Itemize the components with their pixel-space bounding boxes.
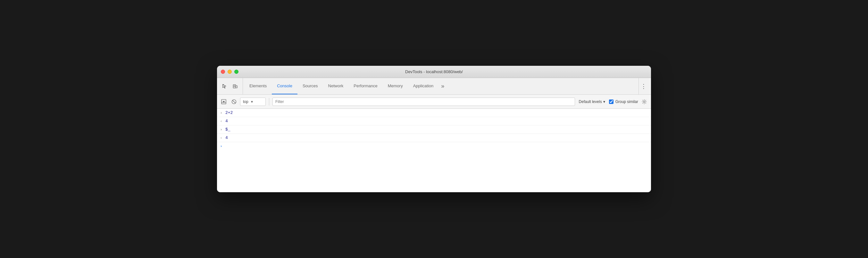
return-chevron: ‹ <box>219 119 223 123</box>
svg-line-7 <box>233 100 236 103</box>
tab-network[interactable]: Network <box>323 78 349 94</box>
traffic-lights <box>221 69 239 74</box>
filter-input[interactable] <box>273 97 575 106</box>
console-row: ‹ 4 <box>217 134 651 142</box>
svg-point-8 <box>644 101 645 103</box>
console-row: › $_ <box>217 125 651 134</box>
expand-chevron[interactable]: › <box>219 128 223 132</box>
console-toolbar: top ▾ Default levels ▾ Group similar <box>217 95 651 109</box>
console-result: 4 <box>225 136 228 140</box>
context-dropdown-icon: ▾ <box>251 99 253 104</box>
maximize-button[interactable] <box>234 69 239 74</box>
console-output: › 2+2 ‹ 4 › $_ ‹ 4 › <box>217 109 651 192</box>
console-expression: 2+2 <box>225 110 233 115</box>
device-toolbar-icon[interactable] <box>230 82 240 91</box>
console-prompt-row[interactable]: › <box>217 142 651 150</box>
clear-console-icon[interactable] <box>230 97 238 106</box>
return-chevron: ‹ <box>219 136 223 140</box>
svg-rect-0 <box>234 84 236 88</box>
context-value: top <box>243 99 248 104</box>
svg-rect-1 <box>234 85 235 87</box>
svg-marker-5 <box>222 101 225 103</box>
tab-bar-right: ⋮ <box>639 78 651 94</box>
show-console-drawer-icon[interactable] <box>220 97 228 106</box>
minimize-button[interactable] <box>227 69 232 74</box>
close-button[interactable] <box>221 69 225 74</box>
console-row: › 2+2 <box>217 109 651 117</box>
tab-console[interactable]: Console <box>272 78 298 94</box>
expand-chevron[interactable]: › <box>219 111 223 115</box>
console-prompt-input[interactable] <box>225 144 648 149</box>
tab-sources[interactable]: Sources <box>298 78 323 94</box>
inspect-element-icon[interactable] <box>220 82 229 91</box>
svg-rect-2 <box>236 86 238 88</box>
tab-memory[interactable]: Memory <box>383 78 408 94</box>
tab-application[interactable]: Application <box>408 78 439 94</box>
console-row: ‹ 4 <box>217 117 651 125</box>
default-levels-button[interactable]: Default levels ▾ <box>577 99 607 105</box>
tab-performance[interactable]: Performance <box>348 78 382 94</box>
group-similar-label[interactable]: Group similar <box>609 99 638 104</box>
context-selector[interactable]: top ▾ <box>240 97 266 106</box>
tab-elements[interactable]: Elements <box>244 78 272 94</box>
tab-bar: Elements Console Sources Network Perform… <box>217 78 651 95</box>
settings-icon[interactable] <box>640 97 648 106</box>
devtools-window: DevTools - localhost:8080/web/ Elements <box>217 66 651 192</box>
levels-dropdown-icon: ▾ <box>603 99 605 104</box>
more-options-icon[interactable]: ⋮ <box>639 82 648 91</box>
group-similar-checkbox[interactable] <box>609 99 614 104</box>
console-expression: $_ <box>225 127 230 132</box>
devtools-icon-group <box>220 78 243 94</box>
more-tabs-button[interactable]: » <box>438 78 447 94</box>
separator <box>269 98 269 106</box>
window-title: DevTools - localhost:8080/web/ <box>405 69 463 74</box>
prompt-chevron: › <box>219 144 223 148</box>
title-bar: DevTools - localhost:8080/web/ <box>217 66 651 78</box>
console-result: 4 <box>225 119 228 123</box>
